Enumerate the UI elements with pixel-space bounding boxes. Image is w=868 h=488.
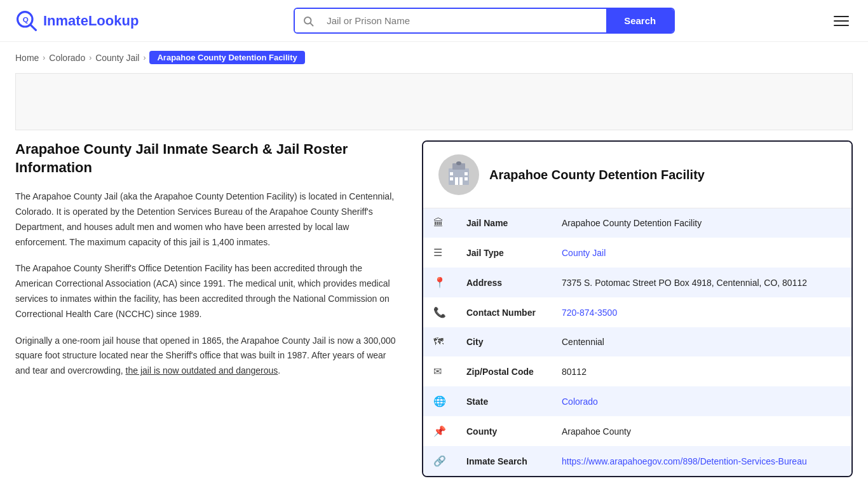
row-icon: 📞 xyxy=(423,297,456,327)
row-icon: 🗺 xyxy=(423,327,456,356)
svg-text:Q: Q xyxy=(23,15,29,23)
row-label: Zip/Postal Code xyxy=(456,356,552,386)
row-label: County xyxy=(456,416,552,446)
row-value: Arapahoe County xyxy=(552,416,851,446)
table-row: ✉Zip/Postal Code80112 xyxy=(423,356,851,386)
row-label: State xyxy=(456,386,552,416)
svg-rect-11 xyxy=(450,177,453,180)
table-row: 🏛Jail NameArapahoe County Detention Faci… xyxy=(423,208,851,238)
breadcrumb-chevron-3: › xyxy=(143,53,146,62)
row-value: Centennial xyxy=(552,327,851,356)
row-icon: 🌐 xyxy=(423,386,456,416)
row-value[interactable]: Colorado xyxy=(552,386,851,416)
breadcrumb-home[interactable]: Home xyxy=(15,53,39,63)
row-value: 7375 S. Potomac Street PO Box 4918, Cent… xyxy=(552,268,851,297)
search-wrapper: Search xyxy=(294,8,675,34)
row-label: Contact Number xyxy=(456,297,552,327)
table-row: 📍Address7375 S. Potomac Street PO Box 49… xyxy=(423,268,851,297)
row-label: Jail Name xyxy=(456,208,552,238)
breadcrumb: Home › Colorado › County Jail › Arapahoe… xyxy=(0,42,868,73)
info-table: 🏛Jail NameArapahoe County Detention Faci… xyxy=(423,208,851,476)
search-input[interactable] xyxy=(322,9,606,32)
svg-point-13 xyxy=(456,161,461,165)
row-link[interactable]: 720-874-3500 xyxy=(562,308,617,318)
svg-rect-10 xyxy=(465,172,468,175)
logo-icon: Q xyxy=(15,10,38,32)
hamburger-line-1 xyxy=(834,16,849,17)
row-value[interactable]: https://www.arapahoegov.com/898/Detentio… xyxy=(552,446,851,476)
facility-building-icon xyxy=(444,159,474,190)
breadcrumb-chevron-1: › xyxy=(43,53,45,62)
main-content: Arapahoe County Jail Inmate Search & Jai… xyxy=(0,140,868,488)
table-row: 🗺CityCentennial xyxy=(423,327,851,356)
description-para-1: The Arapahoe County Jail (aka the Arapah… xyxy=(15,189,402,250)
row-label: City xyxy=(456,327,552,356)
row-link[interactable]: https://www.arapahoegov.com/898/Detentio… xyxy=(562,456,807,466)
hamburger-menu[interactable] xyxy=(830,12,853,30)
svg-line-2 xyxy=(31,25,36,30)
breadcrumb-type[interactable]: County Jail xyxy=(95,53,139,63)
search-area: Search xyxy=(294,8,675,34)
row-value[interactable]: 720-874-3500 xyxy=(552,297,851,327)
card-title: Arapahoe County Detention Facility xyxy=(489,168,705,182)
row-icon: 📌 xyxy=(423,416,456,446)
row-link[interactable]: County Jail xyxy=(562,248,606,258)
right-column: Arapahoe County Detention Facility 🏛Jail… xyxy=(422,140,853,477)
row-value: 80112 xyxy=(552,356,851,386)
table-row: 📞Contact Number720-874-3500 xyxy=(423,297,851,327)
row-value: Arapahoe County Detention Facility xyxy=(552,208,851,238)
ad-banner xyxy=(15,73,853,130)
row-label: Address xyxy=(456,268,552,297)
table-row: 🌐StateColorado xyxy=(423,386,851,416)
row-label: Jail Type xyxy=(456,238,552,268)
hamburger-line-3 xyxy=(834,25,849,26)
svg-line-4 xyxy=(311,23,313,25)
table-row: 📌CountyArapahoe County xyxy=(423,416,851,446)
row-label: Inmate Search xyxy=(456,446,552,476)
row-value[interactable]: County Jail xyxy=(552,238,851,268)
table-row: 🔗Inmate Searchhttps://www.arapahoegov.co… xyxy=(423,446,851,476)
svg-rect-8 xyxy=(459,177,463,185)
search-icon xyxy=(295,9,322,32)
logo-text: InmateLookup xyxy=(43,13,139,29)
breadcrumb-chevron-2: › xyxy=(89,53,92,62)
facility-avatar xyxy=(438,154,479,195)
svg-rect-9 xyxy=(450,172,453,175)
svg-rect-5 xyxy=(449,168,469,185)
logo-link[interactable]: Q InmateLookup xyxy=(15,10,139,32)
row-icon: 🏛 xyxy=(423,208,456,238)
table-row: ☰Jail TypeCounty Jail xyxy=(423,238,851,268)
info-card: Arapahoe County Detention Facility 🏛Jail… xyxy=(422,140,853,477)
svg-rect-7 xyxy=(455,177,458,185)
page-title: Arapahoe County Jail Inmate Search & Jai… xyxy=(15,140,402,177)
row-icon: 🔗 xyxy=(423,446,456,476)
row-icon: ✉ xyxy=(423,356,456,386)
search-button[interactable]: Search xyxy=(606,9,674,32)
row-icon: 📍 xyxy=(423,268,456,297)
svg-rect-12 xyxy=(465,177,468,180)
row-link[interactable]: Colorado xyxy=(562,396,598,407)
description-para-2: The Arapahoe County Sheriff's Office Det… xyxy=(15,261,402,322)
site-header: Q InmateLookup Search xyxy=(0,0,868,42)
left-column: Arapahoe County Jail Inmate Search & Jai… xyxy=(15,140,422,390)
hamburger-line-2 xyxy=(834,20,849,22)
outdated-jail-link[interactable]: the jail is now outdated and dangerous xyxy=(126,365,278,376)
breadcrumb-current: Arapahoe County Detention Facility xyxy=(149,51,304,64)
breadcrumb-state[interactable]: Colorado xyxy=(49,53,85,63)
card-header: Arapahoe County Detention Facility xyxy=(423,142,851,208)
row-icon: ☰ xyxy=(423,238,456,268)
description-para-3: Originally a one-room jail house that op… xyxy=(15,334,402,379)
